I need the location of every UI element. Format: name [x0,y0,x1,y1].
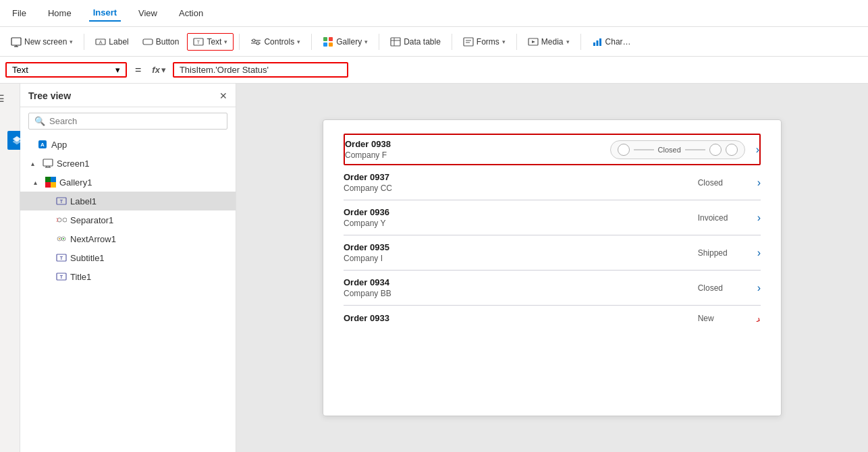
svg-text:A: A [99,40,103,45]
data-table-btn-label: Data table [404,37,441,47]
svg-text:T: T [60,199,63,204]
svg-point-9 [256,42,259,45]
text-icon: T [193,36,204,47]
formula-input[interactable] [180,65,342,75]
status-dot-3 [726,144,738,156]
tree-search-input[interactable] [49,116,221,126]
status-text: Closed [658,146,681,154]
row-company-2: Company Y [344,219,698,228]
toolbar-separator-7 [580,34,581,50]
svg-rect-40 [51,182,56,188]
row-status-3: Shipped [698,248,752,258]
tree-item-label1[interactable]: T Label1 [20,192,236,210]
row-main-2: Order 0936 Company Y [344,207,698,228]
gallery-row[interactable]: Order 0937 Company CC Closed › [344,165,761,200]
menu-home[interactable]: Home [44,5,76,21]
gallery-row[interactable]: Order 0935 Company I Shipped › [344,235,761,271]
row-company-1: Company CC [344,183,698,193]
svg-rect-18 [391,38,400,46]
charts-button[interactable]: Char… [587,34,636,50]
svg-rect-28 [599,38,601,46]
svg-text:T: T [197,40,200,45]
media-button[interactable]: Media ▾ [522,34,575,50]
formula-bar: Text ▾ = fx ▾ [0,57,868,84]
charts-btn-label: Char… [605,37,631,47]
tree-close-button[interactable]: ✕ [219,90,227,101]
tree-item-separator1[interactable]: Separator1 [20,210,236,229]
toolbar-separator-3 [311,34,312,50]
label-btn-label: Label [109,37,128,47]
sidebar-toggle: ☰ [0,84,20,452]
menu-insert[interactable]: Insert [89,5,121,22]
status-line-1 [634,149,654,150]
svg-text:T: T [60,256,63,260]
gallery-button[interactable]: Gallery ▾ [317,34,373,50]
row-arrow-1[interactable]: › [752,177,761,189]
data-table-icon [390,36,401,47]
gallery1-label: Gallery1 [59,177,92,188]
text-button[interactable]: T Text ▾ [187,33,234,51]
property-label: Text [12,65,28,75]
controls-btn-label: Controls [264,37,294,47]
data-table-button[interactable]: Data table [385,34,446,50]
property-chevron: ▾ [115,65,120,75]
text-btn-label: Text [207,37,221,47]
row-arrow-0[interactable]: › [751,144,759,156]
gallery-row[interactable]: Order 0938 Company F Closed › [344,134,761,165]
menu-action[interactable]: Action [175,5,207,21]
app-icon: A [36,138,49,150]
row-order-0: Order 0938 [345,139,605,149]
toolbar: New screen ▾ A Label Button T Text ▾ Con… [0,27,868,57]
row-arrow-2[interactable]: › [752,212,761,224]
gallery-row[interactable]: Order 0936 Company Y Invoiced › [344,200,761,235]
menu-view[interactable]: View [134,5,161,21]
title1-label: Title1 [70,272,91,282]
status-line-2 [685,149,705,150]
new-screen-button[interactable]: New screen ▾ [5,34,78,50]
row-arrow-3[interactable]: › [752,247,761,259]
controls-button[interactable]: Controls ▾ [245,34,306,50]
tree-search-box[interactable]: 🔍 [28,113,227,130]
status-control[interactable]: Closed [610,140,745,159]
svg-rect-27 [596,40,598,46]
tree-item-title1[interactable]: T Title1 [20,267,236,286]
button-icon [142,36,153,47]
row-company-4: Company BB [344,289,698,298]
tree-item-subtitle1[interactable]: T Subtitle1 [20,248,236,267]
row-status-4: Closed [698,283,752,293]
property-dropdown[interactable]: Text ▾ [5,62,127,78]
row-arrow-4[interactable]: › [752,282,761,294]
menu-file[interactable]: File [8,5,30,21]
canvas-area: Order 0938 Company F Closed › [236,84,868,452]
tree-item-gallery1[interactable]: ▴ Gallery1 [20,173,236,192]
row-status-1: Closed [698,178,752,188]
svg-rect-26 [593,43,595,46]
toolbar-separator-2 [239,34,240,50]
text-chevron: ▾ [224,38,227,45]
svg-rect-39 [45,182,51,188]
svg-text:T: T [60,275,63,279]
gallery-row[interactable]: Order 0934 Company BB Closed › [344,271,761,306]
tree-panel: Tree view ✕ 🔍 A App ▴ Screen1 [20,84,236,452]
gallery-row[interactable]: Order 0933 New › [344,306,761,331]
row-main-4: Order 0934 Company BB [344,277,698,298]
forms-button[interactable]: Forms ▾ [458,34,511,50]
label-button[interactable]: A Label [90,34,134,50]
tree-item-nextarrow1[interactable]: NextArrow1 [20,229,236,248]
row-order-2: Order 0936 [344,207,698,217]
new-screen-label: New screen [24,37,67,47]
row-main-1: Order 0937 Company CC [344,172,698,193]
formula-input-wrap [173,62,348,78]
nextarrow1-label: NextArrow1 [70,234,116,244]
svg-point-44 [63,218,67,222]
hamburger-icon[interactable]: ☰ [0,90,7,107]
row-main-5: Order 0933 [344,313,698,324]
svg-text:A: A [40,142,45,148]
fx-button[interactable]: fx ▾ [149,65,169,75]
button-btn-label: Button [156,37,180,47]
fx-label: fx [152,65,160,75]
tree-item-app[interactable]: A App [20,135,236,154]
tree-item-screen1[interactable]: ▴ Screen1 [20,154,236,173]
fx-chevron: ▾ [161,65,166,75]
button-button[interactable]: Button [137,34,185,50]
